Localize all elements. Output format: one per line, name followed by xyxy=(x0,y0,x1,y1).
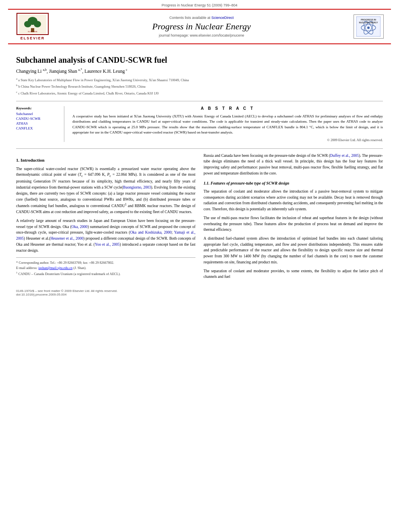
elsevier-logo-box: ELSEVIER xyxy=(16,13,49,35)
intro-heading: 1. Introduction xyxy=(16,157,195,164)
affiliation-c: c c Chalk River Laboratories, Atomic Ene… xyxy=(16,90,383,96)
page: Progress in Nuclear Energy 51 (2009) 799… xyxy=(0,0,399,532)
keyword-candu-scwr: CANDU-SCWR xyxy=(16,117,59,121)
affiliation-a: a a State Key Laboratories of Multiphase… xyxy=(16,77,383,83)
journal-banner: ELSEVIER ELSEVIER Contents lists availab… xyxy=(8,9,391,44)
right-para-3: The use of multi-pass reactor flows faci… xyxy=(204,215,383,233)
authors: Changying Li a,b, Jianqiang Shan a,*, La… xyxy=(16,68,383,74)
ref-oka-koshizuka[interactable]: Oka and Koshizuka, 2000 xyxy=(130,230,171,234)
body-columns: 1. Introduction The super-critical water… xyxy=(16,153,383,283)
keyword-canflex: CANFLEX xyxy=(16,126,59,130)
journal-title: Progress in Nuclear Energy xyxy=(55,21,348,32)
pne-logo-box: PROGRESS IN NUCLEAR ENERGY xyxy=(354,14,384,39)
journal-homepage: journal homepage: www.elsevier.com/locat… xyxy=(55,33,348,37)
right-column: Russia and Canada have been focusing on … xyxy=(204,153,383,283)
copyright: © 2009 Elsevier Ltd. All rights reserved… xyxy=(72,138,383,142)
elsevier-tree-icon: ELSEVIER xyxy=(19,14,46,34)
affiliations: a a State Key Laboratories of Multiphase… xyxy=(16,77,383,96)
ref-duffey[interactable]: Duffey et al., 2005 xyxy=(330,154,359,158)
intro-para-1: The super-critical water-cooled reactor … xyxy=(16,166,195,215)
footnote-email: E-mail address: jqshan@mail.xjtu.edu.cn … xyxy=(16,265,195,271)
footnote-corresponding: * Corresponding author. Tel.: +86 29 826… xyxy=(16,260,195,265)
ref-heusener[interactable]: Heusener et al., 2000 xyxy=(50,236,83,240)
svg-point-2 xyxy=(24,21,31,27)
bottom-meta: 0149-1970/$ – see front matter © 2009 El… xyxy=(16,289,383,296)
abstract-label: A B S T R A C T xyxy=(72,106,383,111)
doi-line: doi:10.1016/j.pnucene.2009.05.004 xyxy=(16,293,383,296)
abstract-section: Keywords: Subchannel CANDU-SCWR ATHAS CA… xyxy=(16,101,383,142)
affiliation-b: b b China Nuclear Power Technology Resea… xyxy=(16,83,383,89)
left-column: 1. Introduction The super-critical water… xyxy=(16,153,195,283)
keyword-athas: ATHAS xyxy=(16,121,59,125)
elsevier-logo: ELSEVIER ELSEVIER xyxy=(14,13,51,40)
pne-logo-icon: PROGRESS IN NUCLEAR ENERGY xyxy=(356,16,380,37)
main-content: Subchannel analysis of CANDU-SCWR fuel C… xyxy=(0,44,399,304)
issn-line: 0149-1970/$ – see front matter © 2009 El… xyxy=(16,289,383,293)
keywords-box: Keywords: Subchannel CANDU-SCWR ATHAS CA… xyxy=(16,106,64,142)
footnote-candu: 1 CANDU – Canada Deuterium Uranium (a re… xyxy=(16,271,195,277)
email-link[interactable]: jqshan@mail.xjtu.edu.cn xyxy=(38,266,72,270)
ref-oka2000[interactable]: Oka, 2000 xyxy=(72,225,88,229)
svg-text:NUCLEAR ENERGY: NUCLEAR ENERGY xyxy=(359,21,378,24)
right-para-2: The separation of coolant and moderator … xyxy=(204,189,383,212)
keywords-label: Keywords: xyxy=(16,106,59,110)
svg-point-3 xyxy=(34,21,41,27)
svg-text:ELSEVIER: ELSEVIER xyxy=(28,31,37,33)
banner-center: Contents lists available at ScienceDirec… xyxy=(55,16,348,37)
abstract-text: A cooperative study has been initiated a… xyxy=(72,114,383,136)
section-divider xyxy=(16,148,383,149)
journal-citation: Progress in Nuclear Energy 51 (2009) 799… xyxy=(0,0,399,9)
keyword-subchannel: Subchannel xyxy=(16,112,59,116)
subsection-1-1-heading: 1.1. Features of pressure-tube type of S… xyxy=(204,180,383,187)
right-para-5: The separation of coolant and moderator … xyxy=(204,268,383,280)
right-para-4: A distributed fuel-channel system allows… xyxy=(204,236,383,265)
svg-text:PROGRESS IN: PROGRESS IN xyxy=(361,18,376,21)
svg-point-10 xyxy=(367,27,370,29)
article-title: Subchannel analysis of CANDU-SCWR fuel xyxy=(16,55,383,65)
ref-yoo[interactable]: Yoo et al., 2005 xyxy=(95,242,120,246)
intro-para-2: A relatively large amount of research st… xyxy=(16,218,195,253)
pne-logo: PROGRESS IN NUCLEAR ENERGY xyxy=(352,14,385,39)
ref-buongiorno[interactable]: Buongiorno, 2003 xyxy=(123,185,151,189)
abstract-box: A B S T R A C T A cooperative study has … xyxy=(72,106,383,142)
sciencedirect-link[interactable]: ScienceDirect xyxy=(212,16,234,20)
footnote-area: * Corresponding author. Tel.: +86 29 826… xyxy=(16,257,195,276)
sciencedirect-line: Contents lists available at ScienceDirec… xyxy=(55,16,348,20)
right-para-1: Russia and Canada have been focusing on … xyxy=(204,153,383,177)
